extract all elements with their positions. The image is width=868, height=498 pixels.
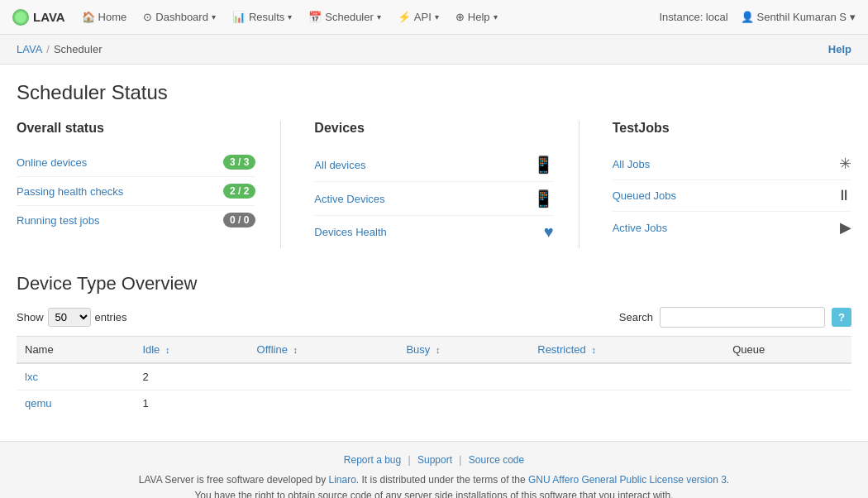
footer: Report a bug | Support | Source code LAV… (0, 441, 868, 498)
running-jobs-link[interactable]: Running test jobs (17, 214, 99, 227)
asterisk-icon: ✳ (839, 155, 851, 173)
sort-busy-icon: ↕ (436, 345, 441, 355)
breadcrumb-bar: LAVA / Scheduler Help (0, 35, 868, 65)
nav-home[interactable]: 🏠 Home (74, 0, 136, 35)
show-label: Show (17, 311, 44, 323)
navbar: LAVA 🏠 Home ⊙ Dashboard ▾ 📊 Results ▾ 📅 … (0, 0, 868, 35)
col-offline[interactable]: Offline ↕ (249, 337, 398, 364)
footer-links: Report a bug | Support | Source code (17, 454, 851, 466)
phone-active-icon: 📱 (533, 189, 554, 208)
status-row-running: Running test jobs 0 / 0 (17, 206, 255, 234)
instance-label: Instance: local (659, 11, 727, 23)
heart-icon: ♥ (544, 223, 554, 242)
nav-help[interactable]: ⊕ Help ▾ (447, 0, 506, 35)
footer-text4: You have the right to obtain source code… (194, 490, 673, 498)
col-busy[interactable]: Busy ↕ (398, 337, 529, 364)
qemu-link[interactable]: qemu (25, 397, 52, 409)
user-icon: 👤 (741, 11, 754, 23)
footer-text1: LAVA Server is free software developed b… (139, 474, 329, 486)
breadcrumb-lava[interactable]: LAVA (17, 43, 42, 55)
devices-health-link[interactable]: Devices Health (314, 226, 386, 238)
brand-logo[interactable]: LAVA (12, 9, 65, 26)
testjob-row-active: Active Jobs ▶ (613, 212, 851, 243)
cell-name-lxc: lxc (17, 363, 134, 390)
play-icon: ▶ (840, 218, 851, 237)
active-devices-link[interactable]: Active Devices (314, 193, 384, 205)
nav-scheduler[interactable]: 📅 Scheduler ▾ (300, 0, 389, 35)
entries-select[interactable]: 10 25 50 100 (48, 308, 91, 327)
support-link[interactable]: Support (417, 454, 452, 466)
cell-queue-qemu (724, 390, 851, 417)
search-area: Search ? (619, 307, 851, 328)
dashboard-icon: ⊙ (143, 11, 152, 23)
status-row-online: Online devices 3 / 3 (17, 148, 255, 177)
breadcrumb-separator: / (46, 43, 50, 55)
cell-restricted-lxc (529, 363, 724, 390)
overall-status-panel: Overall status Online devices 3 / 3 Pass… (17, 121, 255, 248)
breadcrumb-scheduler: Scheduler (54, 43, 103, 55)
devices-panel: Devices All devices 📱 Active Devices 📱 D… (280, 121, 553, 248)
running-jobs-badge: 0 / 0 (223, 213, 255, 227)
active-jobs-link[interactable]: Active Jobs (613, 222, 667, 234)
footer-text3: . (727, 474, 729, 486)
phone-icon: 📱 (533, 155, 554, 175)
help-button[interactable]: ? (832, 308, 851, 327)
license-link[interactable]: GNU Affero General Public License versio… (528, 474, 727, 486)
footer-sep-2: | (459, 454, 464, 466)
cell-restricted-qemu (529, 390, 724, 417)
sort-idle-icon: ↕ (165, 345, 170, 355)
scheduler-icon: 📅 (308, 11, 322, 23)
status-panels: Overall status Online devices 3 / 3 Pass… (17, 121, 851, 248)
user-menu[interactable]: 👤 Senthil Kumaran S ▾ (741, 11, 856, 23)
lava-icon (12, 9, 29, 26)
device-type-overview-title: Device Type Overview (17, 273, 851, 294)
col-idle[interactable]: Idle ↕ (134, 337, 248, 364)
chevron-down-icon: ▾ (377, 12, 381, 22)
status-row-passing: Passing health checks 2 / 2 (17, 177, 255, 206)
chevron-down-icon: ▾ (850, 11, 856, 23)
help-link[interactable]: Help (828, 43, 851, 55)
cell-busy-lxc (398, 363, 529, 390)
nav-results[interactable]: 📊 Results ▾ (224, 0, 300, 35)
chevron-down-icon: ▾ (494, 12, 498, 22)
sort-restricted-icon: ↕ (591, 345, 596, 355)
footer-text: LAVA Server is free software developed b… (17, 472, 851, 498)
nav-right: Instance: local 👤 Senthil Kumaran S ▾ (659, 11, 856, 23)
report-bug-link[interactable]: Report a bug (344, 454, 401, 466)
pause-icon: ⏸ (837, 187, 851, 204)
col-queue: Queue (724, 337, 851, 364)
table-controls: Show 10 25 50 100 entries Search ? (17, 307, 851, 328)
cell-offline-qemu (249, 390, 398, 417)
queued-jobs-link[interactable]: Queued Jobs (613, 189, 676, 202)
help-circle-icon: ⊕ (455, 11, 465, 23)
testjobs-heading: TestJobs (613, 121, 851, 136)
results-icon: 📊 (232, 11, 246, 23)
nav-dashboard[interactable]: ⊙ Dashboard ▾ (135, 0, 224, 35)
table-body: lxc 2 qemu 1 (17, 363, 851, 416)
cell-offline-lxc (249, 363, 398, 390)
passing-health-link[interactable]: Passing health checks (17, 185, 123, 198)
page-title: Scheduler Status (17, 81, 851, 104)
nav-api[interactable]: ⚡ API ▾ (389, 0, 447, 35)
source-code-link[interactable]: Source code (469, 454, 524, 466)
chevron-down-icon: ▾ (288, 12, 292, 22)
col-restricted[interactable]: Restricted ↕ (529, 337, 724, 364)
show-entries: Show 10 25 50 100 entries (17, 308, 127, 327)
home-icon: 🏠 (82, 11, 95, 23)
testjobs-panel: TestJobs All Jobs ✳ Queued Jobs ⏸ Active… (579, 121, 851, 248)
all-devices-link[interactable]: All devices (314, 159, 365, 171)
testjob-row-all: All Jobs ✳ (613, 148, 851, 180)
table-row: lxc 2 (17, 363, 851, 390)
cell-idle-lxc: 2 (134, 363, 248, 390)
footer-sep-1: | (408, 454, 413, 466)
testjob-row-queued: Queued Jobs ⏸ (613, 180, 851, 212)
linaro-link[interactable]: Linaro (328, 474, 355, 486)
all-jobs-link[interactable]: All Jobs (613, 158, 651, 170)
overall-status-heading: Overall status (17, 121, 255, 136)
online-devices-link[interactable]: Online devices (17, 156, 87, 169)
lxc-link[interactable]: lxc (25, 371, 38, 383)
cell-name-qemu: qemu (17, 390, 134, 417)
search-input[interactable] (660, 307, 825, 328)
search-label: Search (619, 311, 653, 323)
device-row-active: Active Devices 📱 (314, 182, 553, 216)
